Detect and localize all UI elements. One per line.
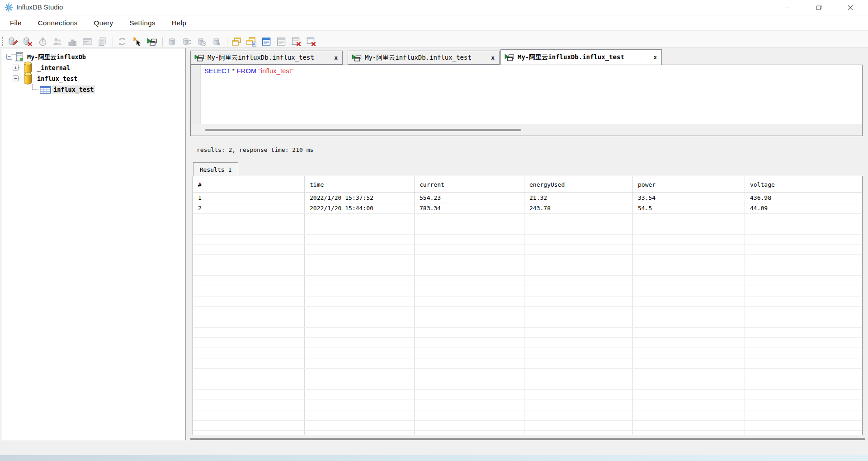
table-row[interactable]: 1 2022/1/20 15:37:52 554.23 21.32 33.54 … (193, 193, 862, 203)
users-icon[interactable] (52, 37, 62, 47)
tree-node-label[interactable]: My-阿里云influxDb (27, 53, 86, 61)
menu-query[interactable]: Query (94, 19, 113, 27)
cell-filler (857, 193, 862, 203)
cell[interactable]: 44.09 (745, 203, 857, 213)
tab-close-icon[interactable]: x (330, 54, 338, 61)
document-list-icon[interactable] (276, 37, 286, 47)
cell[interactable]: 33.54 (633, 193, 745, 203)
table-empty-row[interactable] (193, 338, 862, 348)
cell[interactable]: 554.23 (415, 193, 524, 203)
table-empty-row[interactable] (193, 224, 862, 235)
tree-node-label[interactable]: _internal (37, 64, 70, 72)
table-empty-row[interactable] (193, 358, 862, 369)
table-empty-row[interactable] (193, 390, 862, 400)
column-header[interactable]: # (193, 176, 305, 193)
menu-file[interactable]: File (10, 19, 22, 27)
run-wizard-icon[interactable] (132, 37, 142, 47)
database-clock-icon[interactable] (197, 37, 207, 47)
cell[interactable]: 2 (193, 203, 305, 213)
refresh-icon[interactable] (117, 37, 127, 47)
query-tab-1[interactable]: My-阿里云influxDb.influx_test x (190, 51, 343, 65)
cell[interactable]: 783.34 (415, 203, 524, 213)
table-empty-row[interactable] (193, 348, 862, 358)
tree-node-label[interactable]: influx_test (37, 75, 77, 83)
column-header[interactable]: time (305, 176, 415, 193)
table-empty-row[interactable] (193, 286, 862, 296)
tree-node-influx-test-table[interactable]: influx_test (2, 84, 185, 95)
database-export-icon[interactable] (212, 37, 222, 47)
cell[interactable]: 2022/1/20 15:44:00 (305, 203, 415, 213)
table-empty-row[interactable] (193, 235, 862, 245)
table-empty-row[interactable] (193, 255, 862, 265)
cell (633, 410, 745, 420)
table-empty-row[interactable] (193, 214, 862, 224)
menu-help[interactable]: Help (172, 19, 186, 27)
collapse-expander-icon[interactable]: − (13, 75, 19, 81)
tree-node-influx-test-db[interactable]: − influx_test (2, 73, 185, 84)
query-text[interactable]: SELECT * FROM "influx_test" (204, 67, 294, 75)
cell (415, 265, 524, 275)
cascade-windows-icon[interactable] (231, 37, 241, 47)
window-delete-icon[interactable] (306, 37, 316, 47)
table-empty-row[interactable] (193, 421, 862, 431)
expand-expander-icon[interactable]: + (13, 65, 19, 71)
table-empty-row[interactable] (193, 296, 862, 307)
stopwatch-icon[interactable] (38, 37, 47, 47)
table-empty-row[interactable] (193, 379, 862, 390)
horizontal-scrollbar-thumb[interactable] (205, 129, 521, 131)
run-query-icon[interactable] (147, 37, 157, 47)
query-tab-3-active[interactable]: My-阿里云influxDb.influx_test x (500, 49, 662, 65)
table-row[interactable]: 2 2022/1/20 15:44:00 783.34 243.78 54.5 … (193, 203, 862, 214)
cell[interactable]: 243.78 (524, 203, 633, 213)
results-tab[interactable]: Results 1 (193, 162, 238, 176)
close-button[interactable] (835, 0, 866, 15)
table-empty-row[interactable] (193, 410, 862, 421)
play-window-icon (352, 54, 362, 62)
collapse-expander-icon[interactable]: − (6, 54, 12, 60)
table-empty-row[interactable] (193, 431, 862, 435)
table-empty-row[interactable] (193, 265, 862, 276)
grip-handle-icon[interactable] (2, 37, 4, 46)
tree-node-internal-db[interactable]: + _internal (2, 62, 185, 73)
table-empty-row[interactable] (193, 307, 862, 317)
cell (415, 286, 524, 296)
column-header[interactable]: energyUsed (524, 176, 633, 193)
cell[interactable]: 21.32 (524, 193, 633, 203)
cell[interactable]: 1 (193, 193, 305, 203)
cascade-windows-new-icon[interactable] (246, 37, 256, 47)
cell[interactable]: 2022/1/20 15:37:52 (305, 193, 415, 203)
minimize-button[interactable] (771, 0, 803, 15)
cell (524, 296, 633, 306)
table-empty-row[interactable] (193, 245, 862, 255)
column-header[interactable]: voltage (745, 176, 857, 193)
column-header[interactable]: current (415, 176, 524, 193)
database-refresh-icon[interactable] (182, 37, 192, 47)
menu-settings[interactable]: Settings (129, 19, 155, 27)
tree-node-label-selected[interactable]: influx_test (52, 85, 95, 94)
console-window-icon[interactable] (82, 37, 92, 47)
table-empty-row[interactable] (193, 400, 862, 410)
table-empty-row[interactable] (193, 276, 862, 286)
tab-close-icon[interactable]: x (487, 54, 495, 61)
database-new-icon[interactable] (167, 37, 177, 47)
database-icon (23, 72, 33, 85)
cell (305, 317, 415, 327)
tree-node-connection[interactable]: − My-阿里云influxDb (2, 52, 185, 62)
document-blue-icon[interactable] (261, 37, 271, 47)
tab-close-icon[interactable]: x (650, 54, 657, 61)
table-empty-row[interactable] (193, 317, 862, 328)
cell[interactable]: 436.98 (745, 193, 857, 203)
document-delete-icon[interactable] (291, 37, 301, 47)
database-edit-icon[interactable] (8, 37, 18, 47)
database-delete-icon[interactable] (23, 37, 33, 47)
column-header[interactable]: power (633, 176, 745, 193)
table-empty-row[interactable] (193, 369, 862, 379)
query-tab-2[interactable]: My-阿里云influxDb.influx_test x (348, 51, 500, 65)
script-pages-icon[interactable] (97, 37, 107, 47)
cell (415, 328, 524, 338)
cell[interactable]: 54.5 (633, 203, 745, 213)
menu-connections[interactable]: Connections (38, 19, 78, 27)
bar-chart-icon[interactable] (67, 37, 77, 47)
table-empty-row[interactable] (193, 328, 862, 338)
restore-button[interactable] (803, 0, 835, 15)
